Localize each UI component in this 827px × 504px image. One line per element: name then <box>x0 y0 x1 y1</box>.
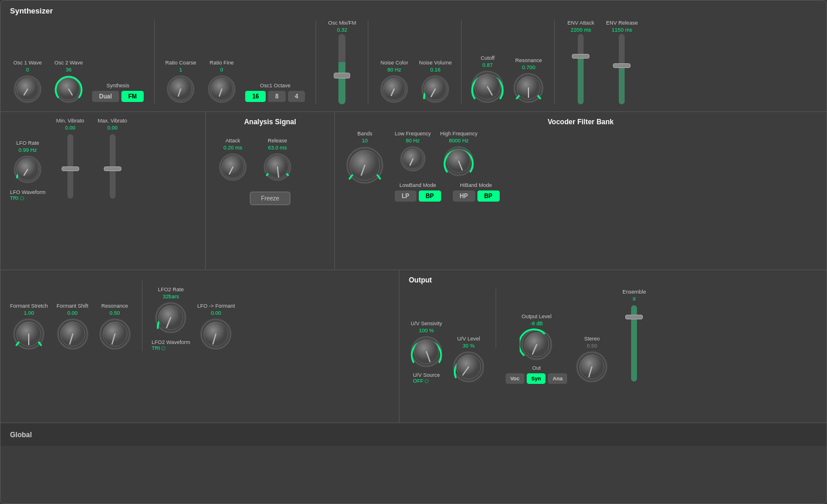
uv-source-label: U/V Source <box>413 372 440 378</box>
uv-sensivity-label: U/V Sensivity <box>411 321 442 326</box>
max-vibrato-slider[interactable] <box>110 134 116 199</box>
uv-sensivity-group: U/V Sensivity 100 % U/V Source O <box>409 321 444 384</box>
formant-shift-value: 0.00 <box>67 310 78 316</box>
analysis-attack-group: Attack 0.20 ms <box>215 138 250 182</box>
divider3 <box>368 20 368 104</box>
synthesizer-title: Synthesizer <box>10 6 817 15</box>
divider5 <box>554 20 555 104</box>
uv-level-knob[interactable] <box>452 350 486 384</box>
lowband-lp-button[interactable]: LP <box>395 190 416 202</box>
vocoder-bands-group: Bands 10 <box>344 131 385 186</box>
cutoff-value: 0.87 <box>483 62 493 68</box>
synthesis-buttons: Dual FM <box>92 91 144 102</box>
output-sub: Output U/V Sensivity 100 % <box>399 270 826 423</box>
env-attack-slider[interactable] <box>578 34 584 104</box>
min-vibrato-group: Min. Vibrato 0.00 <box>53 118 88 201</box>
formant-resonance-knob[interactable] <box>98 317 132 351</box>
ratio-coarse-group: Ratio Coarse 1 <box>163 60 198 104</box>
osc1-octave-group: Osc1 Octave 16 8 4 <box>245 83 305 102</box>
env-attack-label: ENV Attack <box>568 20 595 26</box>
divider6 <box>142 281 143 351</box>
lfo-waveform-label: LFO Waveform <box>10 189 46 195</box>
formant-resonance-value: 0.50 <box>110 310 120 316</box>
lfo-formant-group: LFO -> Formant 0.00 <box>197 303 235 351</box>
min-vibrato-slider[interactable] <box>67 134 73 199</box>
lfo-rate-label: LFO Rate <box>16 140 39 146</box>
osc-mix-slider[interactable] <box>338 34 345 104</box>
out-ana-button[interactable]: Ana <box>548 373 567 384</box>
output-title: Output <box>409 276 817 284</box>
hiband-bp-button[interactable]: BP <box>477 190 500 202</box>
out-voc-button[interactable]: Voc <box>506 373 524 384</box>
stereo-value: 0.50 <box>587 343 598 349</box>
bottom-section: Formant Stretch 1.00 Formant Shift <box>1 270 826 423</box>
stereo-label: Stereo <box>584 336 600 342</box>
stereo-knob[interactable] <box>575 350 609 384</box>
output-level-knob[interactable] <box>520 328 554 362</box>
synthesis-fm-button[interactable]: FM <box>121 91 144 102</box>
freeze-button[interactable]: Freeze <box>250 192 290 205</box>
env-release-group: ENV Release 1150 ms <box>604 20 639 104</box>
osc1-wave-label: Osc 1 Wave <box>13 60 42 66</box>
osc-mix-fm-value: 0.32 <box>337 27 348 33</box>
hiband-hp-button[interactable]: HP <box>453 190 475 202</box>
resonance-knob[interactable] <box>512 71 545 104</box>
lfo2-waveform-select[interactable]: TRI ⬡ <box>152 345 191 351</box>
synthesis-dual-button[interactable]: Dual <box>92 91 119 102</box>
uv-level-value: 30 % <box>463 343 475 349</box>
lfo-waveform-select[interactable]: TRI ⬡ <box>10 195 46 201</box>
out-syn-button[interactable]: Syn <box>527 373 546 384</box>
env-release-value: 1150 ms <box>612 27 632 33</box>
osc2-wave-group: Osc 2 Wave 36 <box>51 60 86 104</box>
ratio-fine-group: Ratio Fine 0 <box>204 60 239 104</box>
low-freq-knob[interactable] <box>399 145 427 173</box>
ratio-fine-knob[interactable] <box>206 74 237 104</box>
vocoder-freq-row: Low Frequency 80 Hz High <box>395 131 500 178</box>
min-vibrato-label: Min. Vibrato <box>56 118 84 124</box>
lfo-rate-knob[interactable] <box>12 154 43 185</box>
hiband-mode-label: HiBand Mode <box>453 182 500 188</box>
lfo-rate-value: 0.99 Hz <box>19 147 37 153</box>
formant-sub: Formant Stretch 1.00 Formant Shift <box>1 270 399 423</box>
env-release-label: ENV Release <box>606 20 638 26</box>
high-freq-knob[interactable] <box>442 145 475 178</box>
vocoder-bands-knob[interactable] <box>344 145 385 186</box>
formant-stretch-knob[interactable] <box>12 317 46 351</box>
osc2-wave-knob[interactable] <box>53 74 84 104</box>
formant-shift-knob[interactable] <box>56 317 90 351</box>
uv-source-select[interactable]: OFF ⬡ <box>413 378 440 384</box>
cutoff-knob[interactable] <box>470 69 505 104</box>
analysis-attack-knob[interactable] <box>218 152 248 182</box>
divider4 <box>461 20 462 104</box>
lfo-formant-label: LFO -> Formant <box>197 303 235 309</box>
freeze-group: Freeze <box>215 192 325 205</box>
env-release-slider[interactable] <box>619 34 625 104</box>
max-vibrato-value: 0.00 <box>107 125 118 131</box>
lfo-formant-knob[interactable] <box>199 317 233 351</box>
osc2-wave-value: 36 <box>66 67 72 73</box>
lfo2-waveform-value: TRI <box>152 345 161 351</box>
uv-sensivity-knob[interactable] <box>409 335 443 369</box>
analysis-release-label: Release <box>267 138 287 144</box>
formant-resonance-group: Resonance 0.50 <box>97 303 133 351</box>
noise-color-knob[interactable] <box>379 74 409 104</box>
global-label: Global <box>10 431 32 439</box>
formant-stretch-value: 1.00 <box>24 310 35 316</box>
lfo-rate-group: LFO Rate 0.99 Hz LFO Waveform TR <box>10 140 46 201</box>
osc1-wave-knob[interactable] <box>12 74 43 104</box>
ratio-coarse-knob[interactable] <box>165 74 196 104</box>
noise-color-label: Noise Color <box>381 60 408 66</box>
min-vibrato-value: 0.00 <box>65 125 76 131</box>
osc1-octave-4-button[interactable]: 4 <box>288 91 306 102</box>
lfo2-rate-knob[interactable] <box>154 301 188 335</box>
low-freq-label: Low Frequency <box>395 131 431 137</box>
analysis-sub: Analysis Signal Attack 0.20 ms <box>206 112 335 270</box>
vocoder-right: Low Frequency 80 Hz High <box>395 131 500 202</box>
formant-shift-group: Formant Shift 0.00 <box>55 303 90 351</box>
analysis-release-knob[interactable] <box>262 152 293 182</box>
osc1-octave-8-button[interactable]: 8 <box>268 91 286 102</box>
noise-volume-knob[interactable] <box>420 74 450 104</box>
lowband-bp-button[interactable]: BP <box>419 190 441 202</box>
ensemble-slider[interactable] <box>631 305 637 382</box>
osc1-octave-16-button[interactable]: 16 <box>245 91 266 102</box>
